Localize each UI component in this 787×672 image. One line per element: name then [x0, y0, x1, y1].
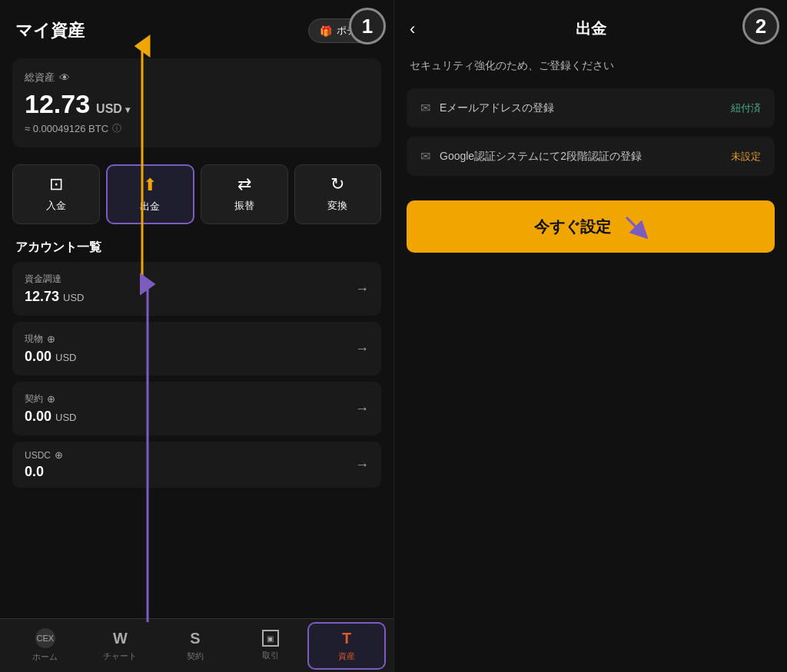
transfer-btn[interactable]: ⇄ 振替 — [201, 164, 288, 224]
withdraw-icon: ⬆ — [143, 175, 157, 195]
google-auth-icon — [420, 149, 430, 164]
action-buttons: ⊡ 入金 ⬆ 出金 ⇄ 振替 ↻ 変換 — [12, 164, 381, 224]
account-item-spot[interactable]: 現物 0.00 USD → — [12, 322, 381, 376]
right-header: ‹ 出金 — [394, 0, 787, 51]
google-auth-status: 未設定 — [731, 150, 761, 164]
currency-label: USD ▾ — [96, 102, 130, 116]
total-assets-label: 総資産 — [25, 71, 369, 84]
plus-circle-icon — [47, 393, 55, 405]
account-item-usdc[interactable]: USDC 0.0 → — [12, 442, 381, 488]
right-title: 出金 — [576, 18, 606, 39]
account-item-funding[interactable]: 資金調達 12.73 USD → — [12, 262, 381, 316]
nav-item-chart[interactable]: W チャート — [83, 624, 158, 668]
home-icon: CEX — [35, 628, 55, 648]
nav-item-contract[interactable]: S 契約 — [158, 624, 233, 668]
btc-equiv: ≈ 0.00049126 BTC — [25, 122, 369, 135]
arrow-right-icon: → — [355, 281, 369, 297]
accounts-title: アカウント一覧 — [0, 233, 394, 262]
assets-section: 総資産 12.73 USD ▾ ≈ 0.00049126 BTC — [12, 58, 381, 147]
step-badge-1: 1 — [349, 8, 386, 45]
page-title: マイ資産 — [15, 19, 85, 42]
plus-circle-icon — [47, 333, 55, 345]
right-panel: ‹ 出金 2 セキュリティ強化のため、ご登録ください Eメールアドレスの登録 紐… — [394, 0, 787, 672]
account-list: 資金調達 12.73 USD → 現物 0.00 USD → — [0, 262, 394, 618]
svg-line-5 — [626, 217, 642, 233]
nav-item-assets[interactable]: T 資産 — [307, 622, 386, 670]
assets-icon: T — [342, 630, 351, 647]
nav-item-home[interactable]: CEX ホーム — [8, 622, 83, 669]
nav-item-trade[interactable]: ▣ 取引 — [233, 624, 308, 667]
mail-icon — [420, 101, 430, 115]
back-button[interactable]: ‹ — [410, 19, 415, 39]
withdraw-btn[interactable]: ⬆ 出金 — [106, 164, 195, 224]
security-notice: セキュリティ強化のため、ご登録ください — [394, 51, 787, 88]
arrow-icon — [623, 214, 648, 239]
plus-circle-icon — [55, 449, 63, 461]
security-item-email: Eメールアドレスの登録 紐付済 — [407, 88, 775, 127]
arrow-right-icon: → — [355, 457, 369, 473]
email-status: 紐付済 — [731, 101, 761, 115]
total-assets-value: 12.73 USD ▾ — [25, 89, 369, 119]
left-header: マイ資産 🎁 ポチ袋 — [0, 0, 394, 51]
eye-icon[interactable] — [59, 71, 70, 84]
step-badge-2: 2 — [742, 8, 779, 45]
arrow-right-icon: → — [355, 401, 369, 417]
convert-btn[interactable]: ↻ 変換 — [294, 164, 382, 224]
trade-icon: ▣ — [262, 630, 279, 647]
transfer-icon: ⇄ — [237, 174, 251, 194]
deposit-icon: ⊡ — [49, 174, 63, 194]
bottom-nav: CEX ホーム W チャート S 契約 ▣ 取引 T 資産 — [0, 618, 394, 672]
account-item-contract[interactable]: 契約 0.00 USD → — [12, 382, 381, 435]
security-item-google: Google認証システムにて2段階認証の登録 未設定 — [407, 137, 775, 176]
setup-now-button[interactable]: 今すぐ設定 — [407, 200, 775, 253]
deposit-btn[interactable]: ⊡ 入金 — [12, 164, 100, 224]
contract-icon: S — [190, 630, 200, 647]
arrow-right-icon: → — [355, 341, 369, 357]
info-icon — [112, 122, 121, 135]
gift-icon: 🎁 — [320, 25, 332, 37]
convert-icon: ↻ — [330, 174, 344, 194]
left-panel: マイ資産 🎁 ポチ袋 1 総資産 12.73 USD ▾ ≈ 0.0004912… — [0, 0, 394, 672]
chart-icon: W — [113, 630, 128, 647]
